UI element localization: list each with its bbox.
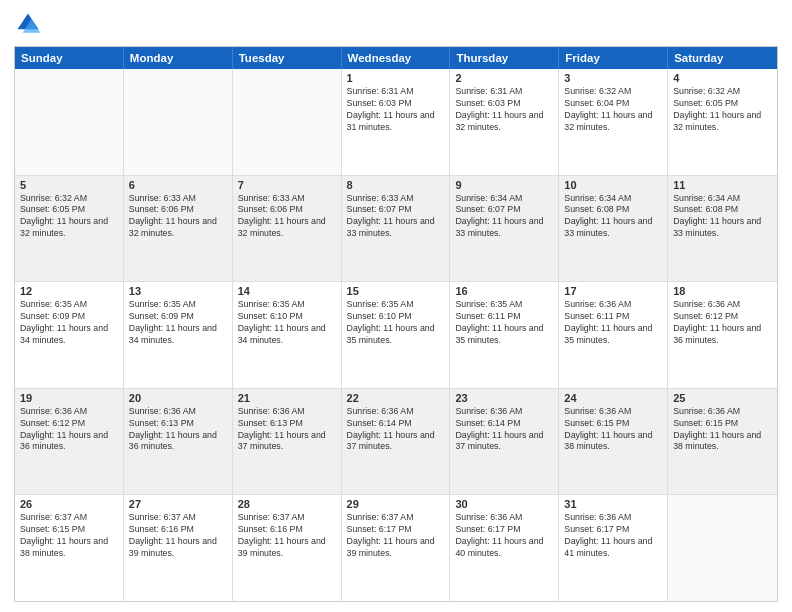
day-number: 13 (129, 285, 227, 297)
cell-info: Sunrise: 6:35 AM Sunset: 6:11 PM Dayligh… (455, 299, 553, 347)
calendar-cell: 6Sunrise: 6:33 AM Sunset: 6:06 PM Daylig… (124, 176, 233, 282)
calendar-row: 26Sunrise: 6:37 AM Sunset: 6:15 PM Dayli… (15, 495, 777, 601)
day-number: 5 (20, 179, 118, 191)
day-number: 31 (564, 498, 662, 510)
cell-info: Sunrise: 6:32 AM Sunset: 6:04 PM Dayligh… (564, 86, 662, 134)
cell-info: Sunrise: 6:33 AM Sunset: 6:06 PM Dayligh… (238, 193, 336, 241)
cell-info: Sunrise: 6:37 AM Sunset: 6:16 PM Dayligh… (238, 512, 336, 560)
calendar-cell: 21Sunrise: 6:36 AM Sunset: 6:13 PM Dayli… (233, 389, 342, 495)
calendar-cell: 9Sunrise: 6:34 AM Sunset: 6:07 PM Daylig… (450, 176, 559, 282)
calendar-cell: 11Sunrise: 6:34 AM Sunset: 6:08 PM Dayli… (668, 176, 777, 282)
cell-info: Sunrise: 6:31 AM Sunset: 6:03 PM Dayligh… (455, 86, 553, 134)
day-number: 20 (129, 392, 227, 404)
weekday-header: Friday (559, 47, 668, 69)
weekday-header: Thursday (450, 47, 559, 69)
calendar-cell: 25Sunrise: 6:36 AM Sunset: 6:15 PM Dayli… (668, 389, 777, 495)
day-number: 18 (673, 285, 772, 297)
cell-info: Sunrise: 6:37 AM Sunset: 6:16 PM Dayligh… (129, 512, 227, 560)
cell-info: Sunrise: 6:36 AM Sunset: 6:15 PM Dayligh… (673, 406, 772, 454)
cell-info: Sunrise: 6:32 AM Sunset: 6:05 PM Dayligh… (673, 86, 772, 134)
calendar-cell: 20Sunrise: 6:36 AM Sunset: 6:13 PM Dayli… (124, 389, 233, 495)
day-number: 24 (564, 392, 662, 404)
cell-info: Sunrise: 6:35 AM Sunset: 6:09 PM Dayligh… (129, 299, 227, 347)
day-number: 22 (347, 392, 445, 404)
calendar-cell: 28Sunrise: 6:37 AM Sunset: 6:16 PM Dayli… (233, 495, 342, 601)
weekday-header: Wednesday (342, 47, 451, 69)
day-number: 7 (238, 179, 336, 191)
logo-icon (14, 10, 42, 38)
cell-info: Sunrise: 6:34 AM Sunset: 6:07 PM Dayligh… (455, 193, 553, 241)
day-number: 3 (564, 72, 662, 84)
weekday-header: Sunday (15, 47, 124, 69)
day-number: 21 (238, 392, 336, 404)
calendar-cell: 2Sunrise: 6:31 AM Sunset: 6:03 PM Daylig… (450, 69, 559, 175)
cell-info: Sunrise: 6:33 AM Sunset: 6:07 PM Dayligh… (347, 193, 445, 241)
day-number: 14 (238, 285, 336, 297)
cell-info: Sunrise: 6:36 AM Sunset: 6:14 PM Dayligh… (455, 406, 553, 454)
cell-info: Sunrise: 6:33 AM Sunset: 6:06 PM Dayligh… (129, 193, 227, 241)
day-number: 23 (455, 392, 553, 404)
cell-info: Sunrise: 6:36 AM Sunset: 6:17 PM Dayligh… (455, 512, 553, 560)
calendar-cell: 16Sunrise: 6:35 AM Sunset: 6:11 PM Dayli… (450, 282, 559, 388)
day-number: 11 (673, 179, 772, 191)
calendar-cell: 4Sunrise: 6:32 AM Sunset: 6:05 PM Daylig… (668, 69, 777, 175)
calendar-cell: 12Sunrise: 6:35 AM Sunset: 6:09 PM Dayli… (15, 282, 124, 388)
weekday-header: Monday (124, 47, 233, 69)
cell-info: Sunrise: 6:32 AM Sunset: 6:05 PM Dayligh… (20, 193, 118, 241)
calendar-cell: 22Sunrise: 6:36 AM Sunset: 6:14 PM Dayli… (342, 389, 451, 495)
day-number: 10 (564, 179, 662, 191)
day-number: 2 (455, 72, 553, 84)
cell-info: Sunrise: 6:35 AM Sunset: 6:09 PM Dayligh… (20, 299, 118, 347)
calendar-cell: 31Sunrise: 6:36 AM Sunset: 6:17 PM Dayli… (559, 495, 668, 601)
day-number: 4 (673, 72, 772, 84)
calendar-cell: 17Sunrise: 6:36 AM Sunset: 6:11 PM Dayli… (559, 282, 668, 388)
day-number: 16 (455, 285, 553, 297)
cell-info: Sunrise: 6:35 AM Sunset: 6:10 PM Dayligh… (238, 299, 336, 347)
calendar-row: 12Sunrise: 6:35 AM Sunset: 6:09 PM Dayli… (15, 282, 777, 389)
calendar-row: 19Sunrise: 6:36 AM Sunset: 6:12 PM Dayli… (15, 389, 777, 496)
weekday-header: Tuesday (233, 47, 342, 69)
calendar-cell: 15Sunrise: 6:35 AM Sunset: 6:10 PM Dayli… (342, 282, 451, 388)
calendar-cell: 24Sunrise: 6:36 AM Sunset: 6:15 PM Dayli… (559, 389, 668, 495)
cell-info: Sunrise: 6:36 AM Sunset: 6:17 PM Dayligh… (564, 512, 662, 560)
weekday-header: Saturday (668, 47, 777, 69)
calendar-cell: 27Sunrise: 6:37 AM Sunset: 6:16 PM Dayli… (124, 495, 233, 601)
cell-info: Sunrise: 6:36 AM Sunset: 6:12 PM Dayligh… (20, 406, 118, 454)
calendar-row: 5Sunrise: 6:32 AM Sunset: 6:05 PM Daylig… (15, 176, 777, 283)
cell-info: Sunrise: 6:37 AM Sunset: 6:17 PM Dayligh… (347, 512, 445, 560)
calendar-header: SundayMondayTuesdayWednesdayThursdayFrid… (15, 47, 777, 69)
cell-info: Sunrise: 6:34 AM Sunset: 6:08 PM Dayligh… (673, 193, 772, 241)
calendar-cell: 7Sunrise: 6:33 AM Sunset: 6:06 PM Daylig… (233, 176, 342, 282)
cell-info: Sunrise: 6:34 AM Sunset: 6:08 PM Dayligh… (564, 193, 662, 241)
day-number: 29 (347, 498, 445, 510)
cell-info: Sunrise: 6:36 AM Sunset: 6:13 PM Dayligh… (129, 406, 227, 454)
cell-info: Sunrise: 6:36 AM Sunset: 6:14 PM Dayligh… (347, 406, 445, 454)
calendar-cell: 19Sunrise: 6:36 AM Sunset: 6:12 PM Dayli… (15, 389, 124, 495)
calendar-cell: 29Sunrise: 6:37 AM Sunset: 6:17 PM Dayli… (342, 495, 451, 601)
day-number: 9 (455, 179, 553, 191)
day-number: 8 (347, 179, 445, 191)
calendar-cell: 30Sunrise: 6:36 AM Sunset: 6:17 PM Dayli… (450, 495, 559, 601)
calendar-cell (15, 69, 124, 175)
day-number: 1 (347, 72, 445, 84)
cell-info: Sunrise: 6:35 AM Sunset: 6:10 PM Dayligh… (347, 299, 445, 347)
calendar-cell: 14Sunrise: 6:35 AM Sunset: 6:10 PM Dayli… (233, 282, 342, 388)
cell-info: Sunrise: 6:31 AM Sunset: 6:03 PM Dayligh… (347, 86, 445, 134)
calendar-cell: 18Sunrise: 6:36 AM Sunset: 6:12 PM Dayli… (668, 282, 777, 388)
calendar-cell: 10Sunrise: 6:34 AM Sunset: 6:08 PM Dayli… (559, 176, 668, 282)
calendar-cell: 13Sunrise: 6:35 AM Sunset: 6:09 PM Dayli… (124, 282, 233, 388)
cell-info: Sunrise: 6:36 AM Sunset: 6:11 PM Dayligh… (564, 299, 662, 347)
day-number: 27 (129, 498, 227, 510)
cell-info: Sunrise: 6:37 AM Sunset: 6:15 PM Dayligh… (20, 512, 118, 560)
calendar-cell: 3Sunrise: 6:32 AM Sunset: 6:04 PM Daylig… (559, 69, 668, 175)
calendar-cell: 1Sunrise: 6:31 AM Sunset: 6:03 PM Daylig… (342, 69, 451, 175)
calendar-cell (124, 69, 233, 175)
header (14, 10, 778, 38)
calendar-body: 1Sunrise: 6:31 AM Sunset: 6:03 PM Daylig… (15, 69, 777, 601)
day-number: 17 (564, 285, 662, 297)
day-number: 15 (347, 285, 445, 297)
day-number: 6 (129, 179, 227, 191)
page: SundayMondayTuesdayWednesdayThursdayFrid… (0, 0, 792, 612)
calendar-cell: 26Sunrise: 6:37 AM Sunset: 6:15 PM Dayli… (15, 495, 124, 601)
day-number: 12 (20, 285, 118, 297)
